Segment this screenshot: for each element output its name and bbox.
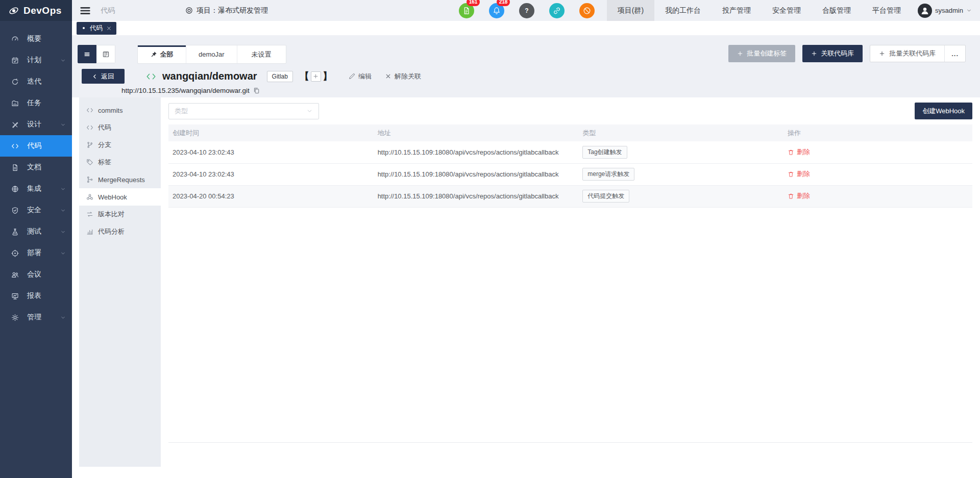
list-view-button[interactable] <box>78 45 96 63</box>
sidebar-item-testing[interactable]: 测试 <box>0 221 72 242</box>
merge-icon <box>86 176 93 183</box>
sidebar-item-label: 文档 <box>27 163 41 172</box>
sidebar-item-admin[interactable]: 管理 <box>0 307 72 328</box>
submenu-label: 代码分析 <box>98 227 125 236</box>
add-tag-button[interactable] <box>311 71 321 82</box>
unlink-button[interactable]: 解除关联 <box>385 72 421 81</box>
batch-create-tag-button[interactable]: 批量创建标签 <box>728 45 795 62</box>
sidebar-item-label: 迭代 <box>27 77 41 86</box>
cell-actions: 删除 <box>783 163 972 185</box>
app-logo[interactable]: DevOps <box>0 0 72 21</box>
bell-icon <box>493 7 501 15</box>
sidebar-item-label: 任务 <box>27 98 41 108</box>
sidebar-item-overview[interactable]: 概要 <box>0 28 72 49</box>
design-icon <box>11 121 19 129</box>
open-tabs-row: 代码 <box>72 21 980 35</box>
content-area: commits 代码 分支 标签 MergeRequests <box>72 97 980 478</box>
topnav-item-version[interactable]: 合版管理 <box>812 0 862 21</box>
menu-toggle-icon[interactable] <box>79 5 91 17</box>
repo-url: http://10.15.15.235/wangqian/demowar.git <box>121 87 250 94</box>
sidebar-item-iteration[interactable]: 迭代 <box>0 71 72 92</box>
submenu-item-commits[interactable]: commits <box>79 102 161 119</box>
table-row: 2023-04-10 23:02:43 http://10.15.15.109:… <box>168 163 972 185</box>
documents-button[interactable]: 161 <box>459 3 474 18</box>
plus-icon <box>737 51 743 57</box>
button-label: 批量关联代码库 <box>889 49 936 58</box>
avatar <box>918 4 932 18</box>
submenu-item-version-compare[interactable]: 版本比对 <box>79 206 161 223</box>
cell-type: Tag创建触发 <box>578 141 783 163</box>
close-icon[interactable] <box>106 26 112 31</box>
back-label: 返回 <box>101 72 114 81</box>
repo-type-badge: Gitlab <box>267 71 293 82</box>
delete-button[interactable]: 删除 <box>788 147 810 157</box>
project-selector[interactable]: 项目：瀑布式研发管理 <box>185 6 268 15</box>
sidebar-item-design[interactable]: 设计 <box>0 114 72 135</box>
create-webhook-button[interactable]: 创建WebHook <box>915 103 972 119</box>
repo-tab-all[interactable]: 全部 <box>138 45 186 63</box>
sidebar-item-label: 报表 <box>27 291 41 300</box>
sidebar-item-deploy[interactable]: 部署 <box>0 242 72 264</box>
more-actions-button[interactable]: ... <box>944 45 965 62</box>
project-scope-icon <box>185 7 193 14</box>
user-menu[interactable]: sysadmin <box>918 4 972 18</box>
chevron-down-icon <box>60 122 66 128</box>
help-button[interactable]: ? <box>519 3 534 18</box>
block-button[interactable] <box>579 3 595 18</box>
notifications-button[interactable]: 218 <box>489 3 504 18</box>
submenu-item-webhook[interactable]: WebHook <box>79 188 161 206</box>
user-icon <box>920 6 930 16</box>
topnav-item-platform[interactable]: 平台管理 <box>862 0 912 21</box>
type-filter-select[interactable]: 类型 <box>168 103 319 119</box>
meeting-icon <box>11 271 19 279</box>
sidebar-item-plan[interactable]: 计划 <box>0 49 72 71</box>
bracket-close: 】 <box>323 70 332 83</box>
links-button[interactable] <box>549 3 565 18</box>
sidebar-item-tasks[interactable]: 任务 <box>0 92 72 114</box>
submenu-item-tags[interactable]: 标签 <box>79 154 161 171</box>
submenu-item-branches[interactable]: 分支 <box>79 136 161 154</box>
topnav-item-production[interactable]: 投产管理 <box>712 0 762 21</box>
top-nav: 项目(群) 我的工作台 投产管理 安全管理 合版管理 平台管理 <box>607 0 912 21</box>
open-tab-label: 代码 <box>90 24 103 33</box>
toolbar-actions: 批量创建标签 关联代码库 批量关联代码库 ... <box>728 45 966 62</box>
open-tab-code[interactable]: 代码 <box>77 22 116 35</box>
submenu-item-code[interactable]: 代码 <box>79 119 161 136</box>
repo-tab-demojar[interactable]: demoJar <box>186 45 237 63</box>
sidebar-item-meeting[interactable]: 会议 <box>0 264 72 285</box>
sidebar-item-integration[interactable]: 集成 <box>0 178 72 199</box>
back-button[interactable]: 返回 <box>82 69 125 84</box>
delete-button[interactable]: 删除 <box>788 191 810 200</box>
toolbar: 全部 demoJar 未设置 批量创建标签 <box>78 45 966 64</box>
topnav-item-workbench[interactable]: 我的工作台 <box>654 0 712 21</box>
submenu-item-merge-requests[interactable]: MergeRequests <box>79 171 161 188</box>
sidebar-item-reports[interactable]: 报表 <box>0 285 72 307</box>
chevron-down-icon <box>60 315 66 320</box>
sidebar-item-label: 管理 <box>27 313 41 322</box>
submenu-item-code-analysis[interactable]: 代码分析 <box>79 223 161 240</box>
project-label: 项目：瀑布式研发管理 <box>197 6 268 15</box>
card-view-button[interactable] <box>96 45 115 63</box>
gauge-icon <box>11 35 19 43</box>
topnav-item-projects[interactable]: 项目(群) <box>607 0 654 21</box>
repo-tab-unset[interactable]: 未设置 <box>237 45 286 63</box>
delete-button[interactable]: 删除 <box>788 169 810 179</box>
type-tag: Tag创建触发 <box>582 146 627 159</box>
sidebar-item-docs[interactable]: 文档 <box>0 157 72 178</box>
batch-link-repo-button[interactable]: 批量关联代码库 <box>870 45 944 62</box>
topnav-item-security[interactable]: 安全管理 <box>762 0 812 21</box>
caret-down-icon <box>966 8 972 13</box>
sidebar-item-label: 安全 <box>27 206 41 215</box>
sidebar-item-security[interactable]: 安全 <box>0 199 72 221</box>
sidebar-item-label: 测试 <box>27 227 41 236</box>
chevron-down-icon <box>60 186 66 192</box>
link-repo-button[interactable]: 关联代码库 <box>802 45 863 62</box>
column-header-url: 地址 <box>374 124 579 141</box>
app-root: DevOps 代码 项目：瀑布式研发管理 161 218 ? <box>0 0 980 478</box>
sidebar-item-code[interactable]: 代码 <box>0 135 72 157</box>
breadcrumb: 代码 <box>101 6 115 15</box>
type-tag: 代码提交触发 <box>582 190 629 203</box>
edit-button[interactable]: 编辑 <box>349 72 372 81</box>
tasks-icon <box>11 99 19 107</box>
copy-icon[interactable] <box>253 87 260 94</box>
